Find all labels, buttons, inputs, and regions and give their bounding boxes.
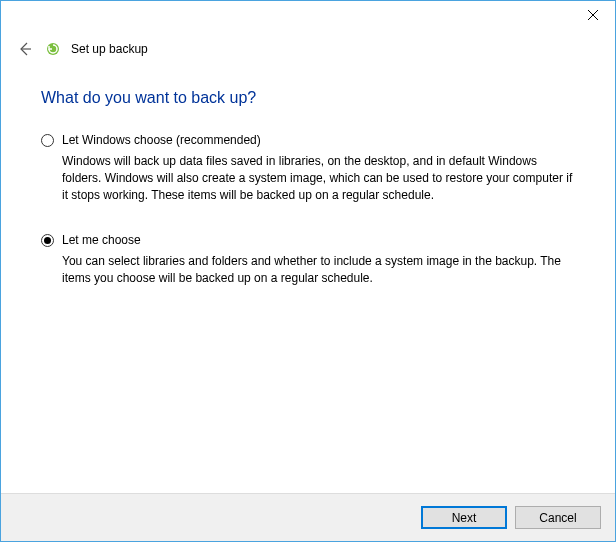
window-title: Set up backup [71,42,148,56]
option-let-windows-choose[interactable]: Let Windows choose (recommended) Windows… [41,133,575,203]
back-button[interactable] [15,39,35,59]
cancel-button[interactable]: Cancel [515,506,601,529]
close-button[interactable] [570,1,615,29]
backup-wizard-icon [45,41,61,57]
option-head[interactable]: Let Windows choose (recommended) [41,133,575,147]
header-row: Set up backup [1,31,615,59]
option-label: Let Windows choose (recommended) [62,133,261,147]
titlebar [1,1,615,31]
close-icon [588,10,598,20]
option-description: Windows will back up data files saved in… [62,153,575,203]
option-let-me-choose[interactable]: Let me choose You can select libraries a… [41,233,575,287]
back-arrow-icon [17,41,33,57]
next-button[interactable]: Next [421,506,507,529]
option-label: Let me choose [62,233,141,247]
page-heading: What do you want to back up? [41,89,575,107]
footer: Next Cancel [1,493,615,541]
content-area: What do you want to back up? Let Windows… [1,59,615,287]
radio-let-me-choose[interactable] [41,234,54,247]
radio-let-windows-choose[interactable] [41,134,54,147]
option-description: You can select libraries and folders and… [62,253,575,287]
option-head[interactable]: Let me choose [41,233,575,247]
